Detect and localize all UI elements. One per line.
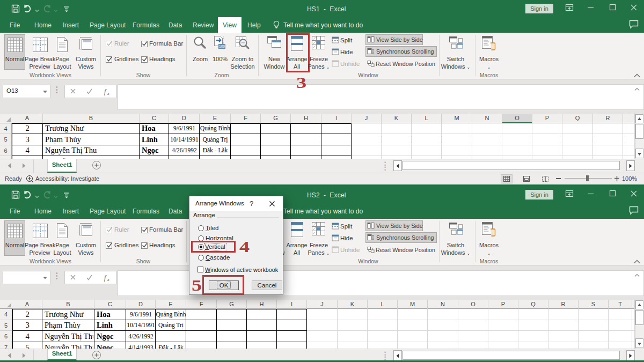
- svg-text:x: x: [107, 91, 109, 96]
- svg-text:f: f: [104, 274, 107, 282]
- svg-text:f: f: [104, 88, 107, 95]
- svg-text:x: x: [107, 277, 109, 282]
- svg-text:100: 100: [219, 45, 225, 48]
